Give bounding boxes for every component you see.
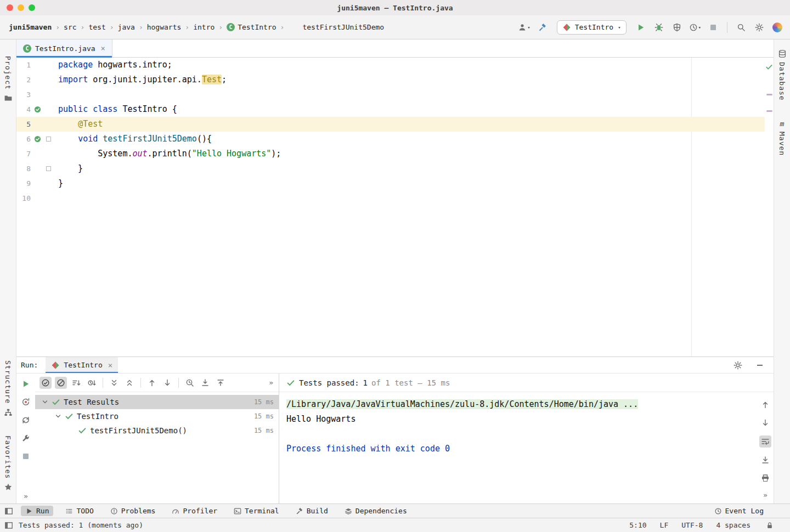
fold-region[interactable] — [44, 146, 53, 161]
close-tab-icon[interactable]: × — [101, 44, 105, 53]
gutter[interactable] — [31, 176, 44, 191]
tool-stripe-maven[interactable]: mMaven — [778, 120, 786, 156]
status-message[interactable]: Tests passed: 1 (moments ago) — [19, 521, 143, 529]
test-tree-row[interactable]: testFirstJUnit5Demo()15 ms — [35, 423, 279, 438]
toolwindow-button-event-log[interactable]: Event Log — [710, 506, 768, 516]
gutter[interactable] — [31, 87, 44, 102]
line-number[interactable]: 10 — [16, 191, 31, 206]
editor-tab[interactable]: C TestIntro.java × — [16, 39, 112, 57]
code-line[interactable]: 9} — [16, 176, 774, 191]
breadcrumb-item[interactable]: hogwarts — [147, 23, 182, 31]
chevron-down-icon[interactable] — [54, 412, 63, 421]
line-number[interactable]: 2 — [16, 72, 31, 87]
user-menu-button[interactable]: ▾ — [518, 21, 530, 33]
code-line[interactable]: 2import org.junit.jupiter.api.Test; — [16, 72, 774, 87]
fold-region[interactable] — [44, 58, 53, 72]
breadcrumb-item[interactable]: test — [88, 23, 105, 31]
code-line[interactable]: 4public class TestIntro { — [16, 102, 774, 117]
code-line[interactable]: 1package hogwarts.intro; — [16, 58, 774, 72]
toolwindow-button-run[interactable]: Run — [21, 506, 53, 516]
ide-badge-button[interactable] — [771, 21, 783, 33]
profiler-button[interactable]: ▾ — [689, 21, 701, 33]
line-number[interactable]: 7 — [16, 146, 31, 161]
code-line[interactable]: 7 System.out.println("Hello Hogwarts"); — [16, 146, 774, 161]
tool-stripe-database[interactable]: Database — [778, 49, 787, 101]
breadcrumb-method[interactable]: testFirstJUnit5Demo — [302, 23, 384, 31]
toolwindow-button-todo[interactable]: TODO — [61, 506, 98, 516]
code-editor[interactable]: 1package hogwarts.intro;2import org.juni… — [16, 58, 774, 356]
more-actions-icon[interactable]: » — [761, 491, 770, 499]
export-tests-button[interactable] — [215, 377, 227, 389]
gutter[interactable] — [31, 161, 44, 176]
close-tab-icon[interactable]: × — [108, 361, 112, 370]
hide-panel-button[interactable] — [754, 359, 766, 371]
breadcrumb-item[interactable]: src — [64, 23, 76, 31]
toolwindow-button-terminal[interactable]: Terminal — [229, 506, 284, 516]
tool-stripe-structure[interactable]: Structure — [4, 360, 13, 416]
breadcrumb-class[interactable]: CTestIntro — [227, 23, 276, 31]
scroll-down-button[interactable] — [759, 417, 771, 429]
toolwindow-button-dependencies[interactable]: Dependencies — [340, 506, 411, 516]
line-separator-widget[interactable]: LF — [660, 521, 669, 529]
test-tree-row[interactable]: TestIntro15 ms — [35, 409, 279, 423]
settings-button[interactable] — [753, 21, 765, 33]
stop-button[interactable] — [707, 21, 719, 33]
show-passed-button[interactable] — [40, 377, 52, 389]
suspend-button[interactable] — [20, 450, 32, 462]
fold-region[interactable] — [44, 176, 53, 191]
readonly-toggle-button[interactable] — [764, 519, 776, 531]
toolwindow-button-profiler[interactable]: Profiler — [167, 506, 222, 516]
breadcrumb-item[interactable]: intro — [193, 23, 215, 31]
chevron-down-icon[interactable] — [41, 398, 49, 406]
sort-by-duration-button[interactable] — [86, 377, 98, 389]
fold-marker-icon[interactable] — [46, 166, 51, 171]
scroll-up-button[interactable] — [759, 399, 771, 411]
code-line[interactable]: 10 — [16, 191, 774, 206]
fold-region[interactable] — [44, 191, 53, 206]
collapse-all-button[interactable] — [123, 377, 136, 389]
fold-marker-icon[interactable] — [46, 137, 51, 142]
toolwindow-button-build[interactable]: Build — [291, 506, 332, 516]
more-actions-icon[interactable]: » — [267, 378, 275, 387]
build-project-button[interactable] — [537, 21, 549, 33]
run-console[interactable]: /Library/Java/JavaVirtualMachines/zulu-8… — [279, 392, 757, 503]
print-button[interactable] — [759, 472, 771, 484]
gutter[interactable] — [31, 58, 44, 72]
import-tests-button[interactable] — [199, 377, 211, 389]
indent-widget[interactable]: 4 spaces — [716, 521, 751, 529]
line-number[interactable]: 8 — [16, 161, 31, 176]
expand-all-button[interactable] — [108, 377, 120, 389]
rerun-failed-tests-button[interactable] — [20, 396, 32, 408]
fold-region[interactable] — [44, 87, 53, 102]
line-number[interactable]: 6 — [16, 132, 31, 146]
run-configuration-selector[interactable]: TestIntro ▾ — [557, 20, 627, 35]
breadcrumb-item[interactable]: juni5maven — [9, 23, 52, 31]
coverage-button[interactable] — [671, 21, 683, 33]
caret-position-widget[interactable]: 5:10 — [629, 521, 646, 529]
code-line[interactable]: 3 — [16, 87, 774, 102]
tool-stripe-project[interactable]: Project — [4, 56, 13, 103]
toggle-auto-test-button[interactable] — [20, 414, 32, 426]
fold-region[interactable] — [44, 161, 53, 176]
gutter[interactable] — [31, 117, 44, 132]
run-panel-settings-button[interactable] — [732, 359, 744, 371]
test-tree-row[interactable]: Test Results15 ms — [35, 395, 279, 409]
gutter[interactable] — [31, 72, 44, 87]
line-number[interactable]: 3 — [16, 87, 31, 102]
code-line[interactable]: 8 } — [16, 161, 774, 176]
gutter[interactable] — [31, 191, 44, 206]
soft-wrap-button[interactable] — [759, 435, 771, 448]
tool-stripe-favorites[interactable]: Favorites — [4, 435, 13, 491]
gutter[interactable] — [31, 132, 44, 146]
gutter[interactable] — [31, 102, 44, 117]
fold-region[interactable] — [44, 102, 53, 117]
line-number[interactable]: 1 — [16, 58, 31, 72]
test-history-button[interactable] — [184, 377, 196, 389]
show-ignored-button[interactable] — [55, 377, 67, 389]
previous-failed-test-button[interactable] — [146, 377, 158, 389]
fold-region[interactable] — [44, 132, 53, 146]
run-tab[interactable]: TestIntro × — [46, 357, 118, 373]
line-number[interactable]: 4 — [16, 102, 31, 117]
encoding-widget[interactable]: UTF-8 — [681, 521, 703, 529]
debug-button[interactable] — [653, 21, 665, 33]
